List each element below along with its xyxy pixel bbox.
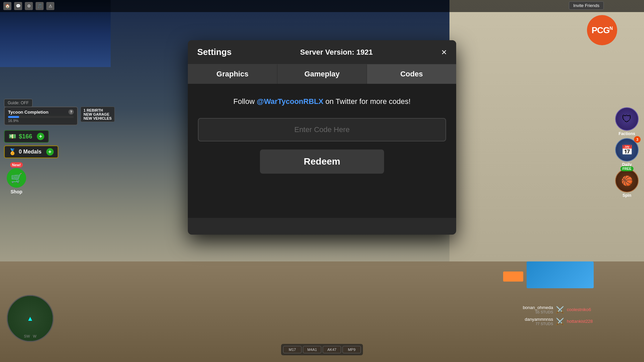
modal-version: Server Version: 1921 — [300, 48, 373, 57]
twitter-handle[interactable]: @WarTycoonRBLX — [257, 97, 323, 106]
twitter-promo-text: Follow @WarTycoonRBLX on Twitter for mor… — [198, 97, 446, 106]
tab-gameplay[interactable]: Gameplay — [277, 64, 367, 84]
twitter-follow-label: Follow — [233, 97, 257, 106]
redeem-button[interactable]: Redeem — [260, 149, 384, 174]
tab-codes[interactable]: Codes — [367, 64, 456, 84]
modal-close-button[interactable]: × — [441, 48, 447, 57]
tab-graphics[interactable]: Graphics — [188, 64, 277, 84]
modal-tabs: Graphics Gameplay Codes — [188, 64, 456, 84]
code-input-field[interactable] — [198, 118, 446, 141]
modal-header: Settings Server Version: 1921 × — [188, 40, 456, 64]
settings-modal: Settings Server Version: 1921 × Graphics… — [188, 40, 456, 235]
modal-title: Settings — [197, 47, 232, 57]
modal-overlay: Settings Server Version: 1921 × Graphics… — [0, 0, 644, 362]
modal-body-codes: Follow @WarTycoonRBLX on Twitter for mor… — [188, 84, 456, 218]
twitter-suffix: on Twitter for more codes! — [323, 97, 411, 106]
